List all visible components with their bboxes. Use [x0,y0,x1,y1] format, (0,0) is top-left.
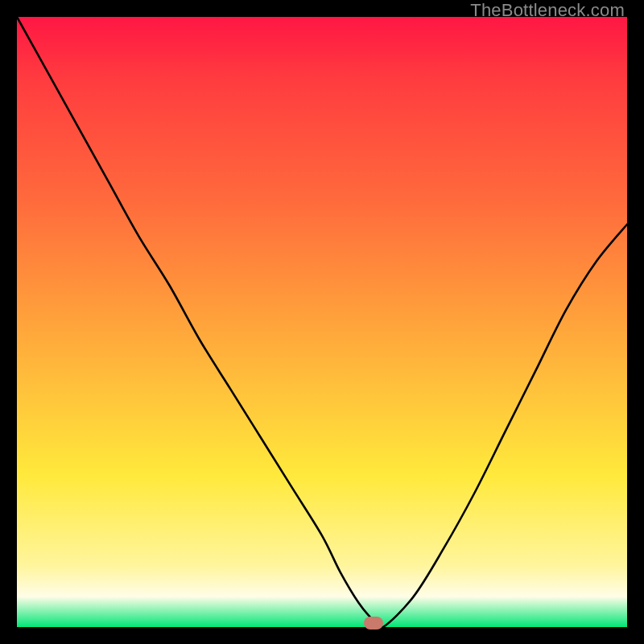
optimal-point-marker [364,617,383,630]
chart-frame: TheBottleneck.com [0,0,644,644]
bottleneck-curve [17,17,627,627]
plot-area [17,17,627,627]
